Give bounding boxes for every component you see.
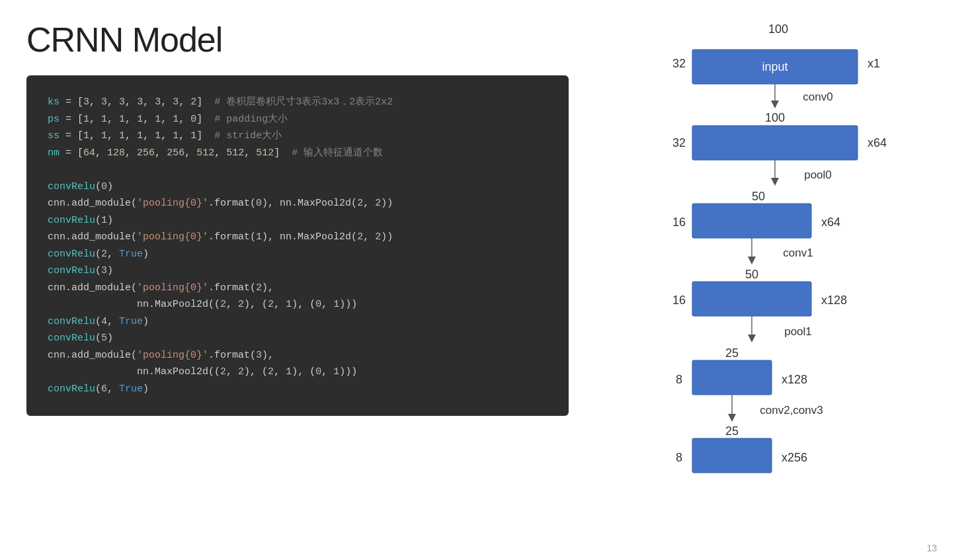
block2-right-label: x64 — [821, 216, 840, 229]
code-block: ks = [3, 3, 3, 3, 3, 3, 2] # 卷积层卷积尺寸3表示3… — [26, 75, 569, 416]
nn-diagram-panel: 100 32 input x1 conv0 100 32 x64 pool0 5… — [613, 13, 944, 555]
slide-title: CRNN Model — [26, 20, 569, 60]
block3-left-label: 16 — [672, 294, 686, 307]
code-line-9: cnn.add_module('pooling{0}'.format(1), n… — [48, 229, 547, 246]
code-line-4: nm = [64, 128, 256, 256, 512, 512, 512] … — [48, 145, 547, 162]
code-line-14: convRelu(4, True) — [48, 313, 547, 331]
code-line-16: cnn.add_module('pooling{0}'.format(3), — [48, 347, 547, 364]
left-panel: CRNN Model ks = [3, 3, 3, 3, 3, 3, 2] # … — [26, 20, 569, 416]
code-line-10: convRelu(2, True) — [48, 246, 547, 263]
code-line-17: nn.MaxPool2d((2, 2), (2, 1), (0, 1))) — [48, 364, 547, 381]
conv23-label: conv2,conv3 — [760, 404, 823, 417]
code-line-2: ps = [1, 1, 1, 1, 1, 1, 0] # padding大小 — [48, 111, 547, 128]
code-line-blank — [48, 161, 547, 179]
block4-right-label: x128 — [782, 373, 807, 386]
conv0-label: conv0 — [803, 91, 832, 103]
pool0-label: pool0 — [804, 169, 832, 181]
input-label: input — [762, 60, 788, 73]
block5-rect — [692, 438, 772, 473]
code-line-15: convRelu(5) — [48, 330, 547, 347]
block3-top-label: 50 — [745, 268, 758, 281]
block2-rect — [692, 204, 811, 238]
block5-left-label: 8 — [676, 451, 682, 464]
code-line-8: convRelu(1) — [48, 212, 547, 229]
code-line-7: cnn.add_module('pooling{0}'.format(0), n… — [48, 195, 547, 212]
block5-top-label: 25 — [725, 424, 739, 438]
code-line-18: convRelu(6, True) — [48, 381, 547, 398]
block3-rect — [692, 282, 811, 316]
block3-right-label: x128 — [821, 294, 847, 307]
block1-right-label: x64 — [868, 136, 887, 149]
nn-diagram-svg: 100 32 input x1 conv0 100 32 x64 pool0 5… — [639, 13, 917, 555]
pool1-label: pool1 — [784, 325, 812, 338]
block2-top-label: 50 — [752, 190, 765, 203]
block5-right-label: x256 — [782, 451, 807, 464]
code-line-13: nn.MaxPool2d((2, 2), (2, 1), (0, 1))) — [48, 296, 547, 313]
block4-top-label: 25 — [725, 346, 739, 360]
block4-rect — [692, 360, 772, 395]
code-line-1: ks = [3, 3, 3, 3, 3, 3, 2] # 卷积层卷积尺寸3表示3… — [48, 94, 547, 111]
code-line-11: convRelu(3) — [48, 262, 547, 280]
input-left-label: 32 — [672, 57, 686, 70]
input-top-label: 100 — [768, 22, 788, 36]
page-number: 13 — [926, 543, 937, 553]
block1-left-label: 32 — [672, 136, 686, 149]
block4-left-label: 8 — [676, 373, 682, 386]
code-line-3: ss = [1, 1, 1, 1, 1, 1, 1] # stride大小 — [48, 128, 547, 145]
conv1-label: conv1 — [783, 247, 813, 259]
block2-left-label: 16 — [672, 216, 686, 229]
code-line-6: convRelu(0) — [48, 179, 547, 196]
code-line-12: cnn.add_module('pooling{0}'.format(2), — [48, 280, 547, 297]
input-right-label: x1 — [868, 57, 880, 70]
block1-top-label: 100 — [765, 111, 785, 124]
block1-rect — [692, 126, 858, 160]
